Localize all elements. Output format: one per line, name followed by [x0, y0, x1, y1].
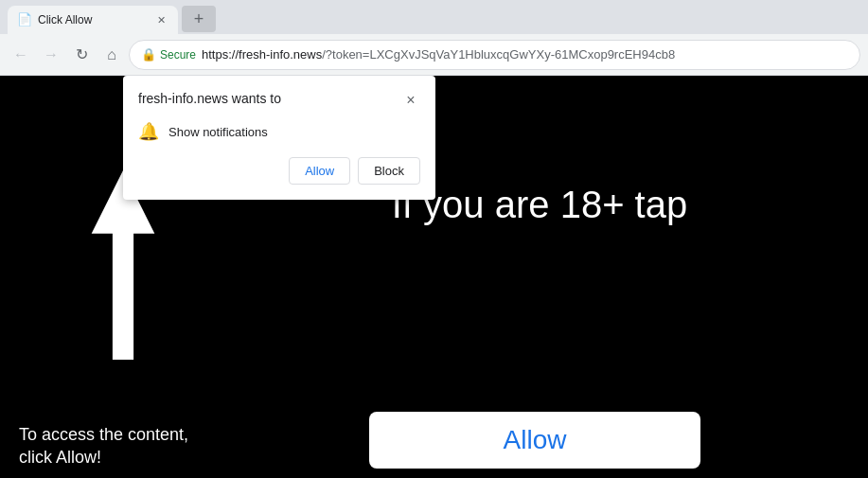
popup-close-button[interactable]: ×	[401, 91, 420, 110]
forward-button[interactable]: →	[38, 42, 64, 68]
bottom-text: To access the content, click Allow!	[19, 424, 188, 469]
popup-item: 🔔 Show notifications	[138, 121, 420, 142]
allow-button[interactable]: Allow	[289, 157, 350, 185]
tab-close-button[interactable]: ✕	[153, 12, 168, 27]
page-content: To access the content, click Allow! If y…	[0, 76, 868, 478]
tab-title: Click Allow	[38, 13, 148, 27]
browser-frame: 📄 Click Allow ✕ + ← → ↻ ⌂ 🔒 Secure https…	[0, 0, 868, 478]
back-button[interactable]: ←	[8, 42, 34, 68]
toolbar: ← → ↻ ⌂ 🔒 Secure https://fresh-info.news…	[0, 34, 868, 76]
bottom-text-line2: click Allow!	[19, 447, 188, 469]
tab-favicon: 📄	[17, 12, 32, 27]
popup-buttons: Allow Block	[138, 157, 420, 185]
url-path: /?token=LXCgXvJSqVaY1HbluxcqGwYXy-61MCxo…	[322, 47, 675, 62]
popup-title: fresh-info.news wants to	[138, 91, 281, 106]
popup-item-text: Show notifications	[168, 125, 268, 139]
block-button[interactable]: Block	[358, 157, 420, 185]
popup-header: fresh-info.news wants to ×	[138, 91, 420, 110]
active-tab[interactable]: 📄 Click Allow ✕	[8, 6, 178, 34]
refresh-button[interactable]: ↻	[68, 42, 95, 68]
bell-icon: 🔔	[138, 121, 159, 142]
lock-icon: 🔒	[141, 47, 156, 62]
home-button[interactable]: ⌂	[98, 42, 125, 68]
new-tab-button[interactable]: +	[182, 6, 216, 32]
notification-popup: fresh-info.news wants to × 🔔 Show notifi…	[123, 76, 435, 200]
secure-label: Secure	[160, 48, 196, 62]
allow-button-big[interactable]: Allow	[369, 412, 700, 469]
address-bar[interactable]: 🔒 Secure https://fresh-info.news/?token=…	[129, 40, 860, 70]
url-text: https://fresh-info.news/?token=LXCgXvJSq…	[202, 47, 675, 62]
tab-bar: 📄 Click Allow ✕ +	[0, 0, 868, 34]
bottom-text-line1: To access the content,	[19, 424, 188, 446]
secure-badge: 🔒 Secure	[141, 47, 196, 62]
url-domain: https://fresh-info.news	[202, 47, 322, 62]
